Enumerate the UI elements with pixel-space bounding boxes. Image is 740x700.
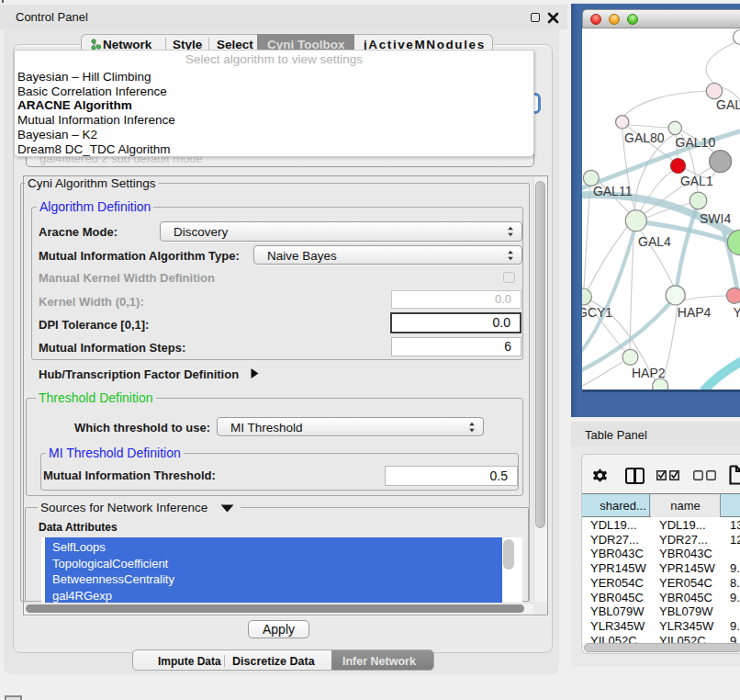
svg-text:GCY1: GCY1 [582,305,612,320]
svg-text:GAL80: GAL80 [624,130,665,145]
svg-text:GAL1: GAL1 [680,174,713,188]
svg-text:GAL2: GAL2 [716,97,740,112]
svg-text:GAL10: GAL10 [676,135,716,150]
svg-text:HAP2: HAP2 [632,366,666,380]
svg-text:GAL4: GAL4 [638,234,671,249]
svg-text:YM: YM [734,305,740,320]
svg-text:SWI4: SWI4 [700,211,731,226]
svg-text:HAP4: HAP4 [678,305,712,320]
svg-text:GAL11: GAL11 [593,184,633,198]
